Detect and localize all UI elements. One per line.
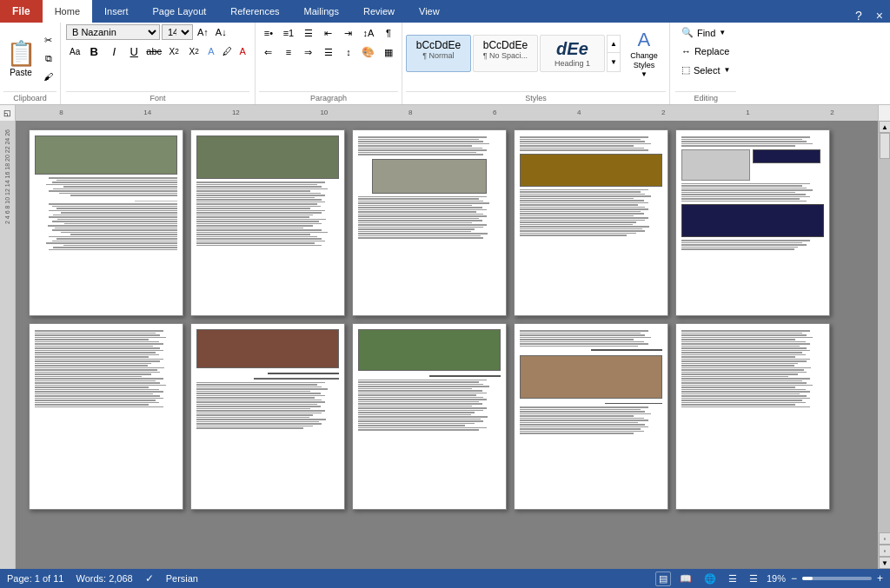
language-indicator[interactable]: Persian bbox=[166, 573, 198, 584]
right-scrollbar[interactable]: ▲ ◦ ◦ ▼ bbox=[878, 121, 890, 569]
styles-scroll-up[interactable]: ▲ ▼ bbox=[607, 35, 621, 72]
tab-insert[interactable]: Insert bbox=[92, 0, 141, 23]
page-3 bbox=[352, 129, 507, 316]
font-group-label: Font bbox=[66, 91, 249, 102]
paste-button[interactable]: 📋 Paste bbox=[3, 35, 38, 82]
zoom-in-button[interactable]: + bbox=[877, 572, 883, 585]
style-normal-button[interactable]: bCcDdEe ¶ Normal bbox=[406, 35, 471, 72]
tab-home[interactable]: Home bbox=[43, 0, 92, 23]
strikethrough-button[interactable]: abc bbox=[144, 42, 163, 61]
subscript-button[interactable]: X2 bbox=[164, 42, 183, 61]
tab-review[interactable]: Review bbox=[351, 0, 407, 23]
page-count: Page: 1 of 11 bbox=[7, 573, 63, 584]
font-family-selector[interactable]: B Nazanin bbox=[66, 24, 160, 40]
align-center-button[interactable]: ≡ bbox=[279, 43, 298, 61]
sort-button[interactable]: ↕A bbox=[359, 24, 378, 42]
draft-button[interactable]: ☰ bbox=[746, 571, 761, 586]
bold-button[interactable]: B bbox=[84, 42, 103, 61]
align-left-button[interactable]: ⇐ bbox=[259, 43, 278, 61]
style-nospace-button[interactable]: bCcDdEe ¶ No Spaci... bbox=[473, 35, 538, 72]
font-shrink-button[interactable]: A↓ bbox=[213, 25, 229, 39]
status-bar: Page: 1 of 11 Words: 2,068 ✓ Persian ▤ 📖… bbox=[0, 569, 890, 588]
bullets-button[interactable]: ≡• bbox=[259, 24, 278, 42]
page-10 bbox=[675, 323, 830, 510]
editing-group-label: Editing bbox=[675, 91, 737, 102]
paragraph-group-label: Paragraph bbox=[259, 91, 398, 102]
line-spacing-button[interactable]: ↕ bbox=[339, 43, 358, 61]
multilevel-list-button[interactable]: ☰ bbox=[299, 24, 318, 42]
tab-view[interactable]: View bbox=[407, 0, 452, 23]
page-9 bbox=[514, 323, 668, 510]
shading-button[interactable]: 🎨 bbox=[359, 43, 378, 61]
style-heading1-button[interactable]: dEe Heading 1 bbox=[540, 35, 605, 72]
clipboard-group: 📋 Paste ✂ ⧉ 🖌 Clipboard bbox=[0, 23, 61, 104]
page-5 bbox=[675, 129, 830, 316]
page-up-button[interactable]: ◦ bbox=[879, 532, 890, 545]
full-reading-button[interactable]: 📖 bbox=[676, 571, 695, 586]
align-right-button[interactable]: ⇒ bbox=[299, 43, 318, 61]
horizontal-ruler: 8141210864212 bbox=[16, 105, 878, 121]
clipboard-label: Clipboard bbox=[3, 91, 56, 102]
styles-group: bCcDdEe ¶ Normal bCcDdEe ¶ No Spaci... d… bbox=[402, 23, 670, 104]
show-marks-button[interactable]: ¶ bbox=[379, 24, 398, 42]
text-effects-button[interactable]: A bbox=[204, 44, 217, 58]
page-8 bbox=[352, 323, 507, 510]
page-7 bbox=[190, 323, 345, 510]
styles-group-label: Styles bbox=[406, 91, 666, 102]
scroll-down-button[interactable]: ▼ bbox=[879, 557, 890, 569]
page-1 bbox=[29, 129, 183, 316]
font-size-selector[interactable]: 14 bbox=[162, 24, 193, 40]
borders-button[interactable]: ▦ bbox=[379, 43, 398, 61]
proofing-icon[interactable]: ✓ bbox=[145, 572, 154, 585]
editing-group: 🔍Find▼ ↔Replace ⬚Select▼ Editing bbox=[670, 23, 742, 104]
zoom-out-button[interactable]: − bbox=[791, 572, 797, 585]
tab-file[interactable]: File bbox=[0, 0, 43, 23]
scroll-up-button[interactable]: ▲ bbox=[879, 121, 890, 133]
highlight-button[interactable]: 🖊 bbox=[219, 44, 236, 58]
underline-button[interactable]: U bbox=[124, 42, 143, 61]
clear-format-button[interactable]: Aa bbox=[66, 45, 83, 58]
zoom-level: 19% bbox=[767, 573, 786, 584]
select-button[interactable]: ⬚Select▼ bbox=[675, 62, 737, 78]
copy-button[interactable]: ⧉ bbox=[40, 50, 56, 67]
font-color-button[interactable]: A bbox=[236, 44, 249, 58]
tab-references[interactable]: References bbox=[218, 0, 291, 23]
paragraph-group: ≡• ≡1 ☰ ⇤ ⇥ ↕A ¶ ⇐ ≡ ⇒ ☰ ↕ 🎨 ▦ Paragraph bbox=[256, 23, 402, 104]
decrease-indent-button[interactable]: ⇤ bbox=[319, 24, 338, 42]
tab-page-layout[interactable]: Page Layout bbox=[141, 0, 219, 23]
zoom-slider-container[interactable] bbox=[802, 577, 872, 580]
ruler-corner[interactable]: ◱ bbox=[0, 105, 16, 121]
font-grow-button[interactable]: A↑ bbox=[195, 25, 211, 39]
format-painter-button[interactable]: 🖌 bbox=[40, 69, 56, 84]
web-layout-button[interactable]: 🌐 bbox=[701, 571, 720, 586]
italic-button[interactable]: I bbox=[104, 42, 123, 61]
increase-indent-button[interactable]: ⇥ bbox=[339, 24, 358, 42]
superscript-button[interactable]: X2 bbox=[184, 42, 203, 61]
change-styles-button[interactable]: A ChangeStyles ▼ bbox=[622, 24, 666, 83]
page-4 bbox=[514, 129, 668, 316]
cut-button[interactable]: ✂ bbox=[40, 32, 56, 49]
replace-button[interactable]: ↔Replace bbox=[675, 43, 737, 59]
justify-button[interactable]: ☰ bbox=[319, 43, 338, 61]
document-area bbox=[16, 121, 878, 569]
word-count: Words: 2,068 bbox=[76, 573, 132, 584]
numbering-button[interactable]: ≡1 bbox=[279, 24, 298, 42]
page-2 bbox=[190, 129, 345, 316]
page-down-button[interactable]: ◦ bbox=[879, 545, 890, 557]
font-group: B Nazanin 14 A↑ A↓ Aa B I U abc X2 X2 A … bbox=[61, 23, 256, 104]
page-6 bbox=[29, 323, 183, 510]
outline-button[interactable]: ☰ bbox=[725, 571, 741, 586]
print-layout-button[interactable]: ▤ bbox=[655, 571, 671, 586]
find-button[interactable]: 🔍Find▼ bbox=[675, 24, 737, 41]
vertical-ruler: 2 4 6 8 10 12 14 16 18 20 22 24 26 bbox=[0, 121, 16, 569]
tab-mailings[interactable]: Mailings bbox=[292, 0, 351, 23]
